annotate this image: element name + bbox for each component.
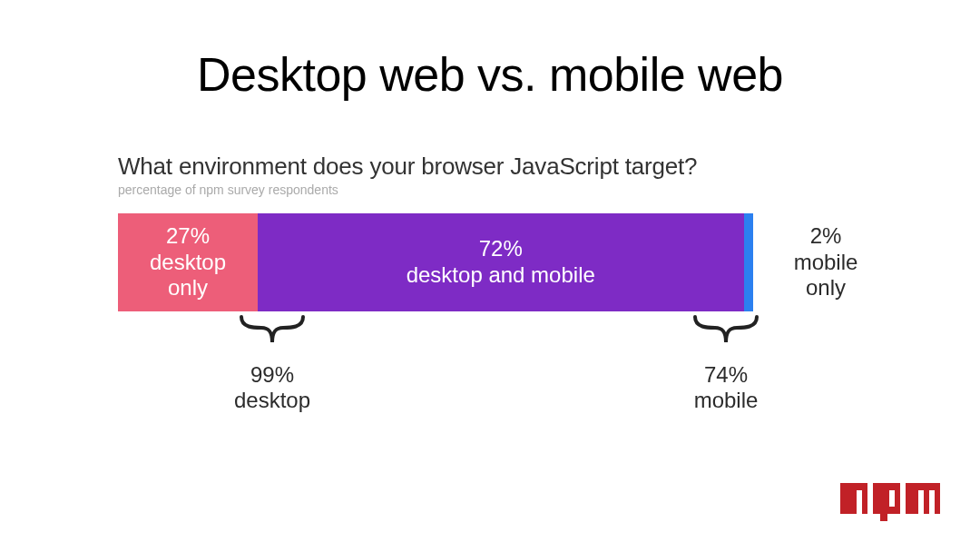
bracket-mobile: 74% mobile xyxy=(681,315,771,412)
svg-rect-1 xyxy=(857,490,862,514)
curly-brace-icon xyxy=(236,315,309,360)
svg-rect-3 xyxy=(880,507,887,521)
segment-desktop-only: 27% desktoponly xyxy=(118,213,258,311)
svg-rect-0 xyxy=(840,483,867,514)
segment-mobile-only xyxy=(744,213,754,311)
svg-rect-4 xyxy=(889,490,895,507)
segment-mobile-only-label: mobileonly xyxy=(771,250,880,302)
svg-rect-7 xyxy=(929,490,935,514)
bracket-desktop-pct: 99% xyxy=(227,362,318,388)
chart-title: What environment does your browser JavaS… xyxy=(118,153,862,181)
segment-both-label: desktop and mobile xyxy=(407,262,595,289)
segment-desktop-only-pct: 27% xyxy=(150,223,226,250)
chart-container: What environment does your browser JavaS… xyxy=(118,153,862,448)
stacked-bar: 27% desktoponly 72% desktop and mobile 2… xyxy=(118,213,862,448)
curly-brace-icon xyxy=(690,315,762,360)
segment-both-pct: 72% xyxy=(407,236,595,262)
slide-title: Desktop web vs. mobile web xyxy=(0,47,980,102)
bracket-desktop: 99% desktop xyxy=(227,315,318,412)
bracket-desktop-label: desktop xyxy=(227,388,318,413)
bracket-mobile-pct: 74% xyxy=(681,362,771,388)
bracket-mobile-label: mobile xyxy=(681,388,771,413)
segment-mobile-only-external-label: 2% mobileonly xyxy=(771,213,880,311)
segment-mobile-only-pct: 2% xyxy=(771,223,880,250)
chart-subtitle: percentage of npm survey respondents xyxy=(118,182,862,197)
segment-desktop-and-mobile: 72% desktop and mobile xyxy=(258,213,744,311)
npm-logo xyxy=(840,483,940,521)
svg-rect-6 xyxy=(918,490,924,514)
segment-desktop-only-label: desktoponly xyxy=(150,250,226,302)
bracket-annotations: 99% desktop 74% mobile xyxy=(118,311,753,448)
